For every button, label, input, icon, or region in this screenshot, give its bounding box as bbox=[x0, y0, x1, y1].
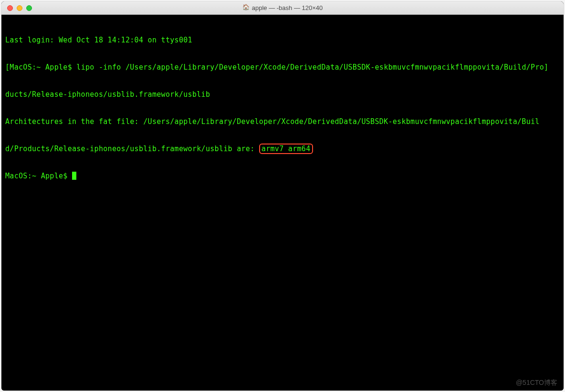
architectures-highlight: armv7 arm64 bbox=[259, 144, 313, 154]
cursor bbox=[72, 172, 76, 180]
minimize-button[interactable] bbox=[17, 5, 22, 11]
output-line-2: d/Products/Release-iphoneos/usblib.frame… bbox=[5, 144, 560, 154]
last-login-line: Last login: Wed Oct 18 14:12:04 on ttys0… bbox=[5, 36, 560, 45]
traffic-lights bbox=[1, 5, 32, 11]
terminal-content[interactable]: Last login: Wed Oct 18 14:12:04 on ttys0… bbox=[1, 15, 564, 391]
command-line-1-wrap: ducts/Release-iphoneos/usblib.framework/… bbox=[5, 90, 560, 99]
command-line-1: [MacOS:~ Apple$ lipo -info /Users/apple/… bbox=[5, 63, 560, 72]
watermark: @51CTO博客 bbox=[516, 379, 557, 387]
terminal-window: apple — -bash — 120×40 Last login: Wed O… bbox=[1, 1, 564, 391]
home-icon bbox=[242, 5, 249, 11]
window-title: apple — -bash — 120×40 bbox=[242, 4, 323, 11]
titlebar[interactable]: apple — -bash — 120×40 bbox=[1, 1, 564, 15]
close-button[interactable] bbox=[7, 5, 13, 11]
window-title-text: apple — -bash — 120×40 bbox=[252, 4, 323, 11]
prompt-line: MacOS:~ Apple$ bbox=[5, 172, 560, 181]
maximize-button[interactable] bbox=[26, 5, 32, 11]
output-line-1: Architectures in the fat file: /Users/ap… bbox=[5, 117, 560, 126]
